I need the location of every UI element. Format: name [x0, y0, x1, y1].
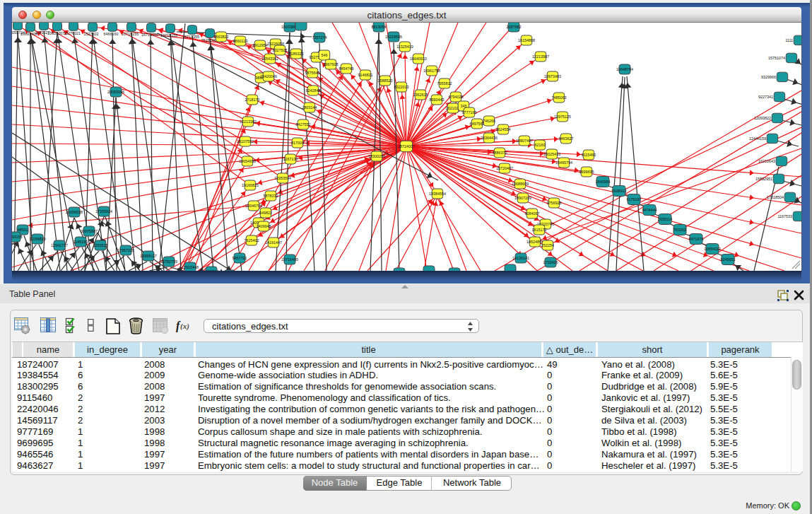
svg-text:12093822: 12093822	[754, 116, 771, 120]
svg-text:9474444: 9474444	[642, 208, 657, 212]
svg-text:7955812: 7955812	[437, 81, 452, 86]
svg-text:8990443: 8990443	[430, 98, 445, 102]
svg-text:12975125: 12975125	[554, 115, 571, 119]
svg-text:1167533: 1167533	[777, 214, 792, 218]
svg-text:2967608: 2967608	[324, 62, 339, 66]
svg-text:8912954: 8912954	[253, 43, 268, 47]
svg-text:16543362: 16543362	[261, 57, 278, 61]
svg-text:12444159: 12444159	[749, 136, 766, 141]
svg-text:19384554: 19384554	[429, 192, 446, 196]
svg-text:7886372: 7886372	[493, 151, 507, 155]
svg-text:3624554: 3624554	[496, 127, 511, 132]
svg-text:8471676: 8471676	[689, 237, 704, 241]
svg-text:18907209: 18907209	[514, 196, 531, 200]
svg-text:10025433: 10025433	[543, 152, 560, 156]
svg-text:9227341: 9227341	[758, 95, 773, 99]
svg-text:17957225: 17957225	[117, 248, 134, 252]
svg-text:20364436: 20364436	[481, 136, 498, 140]
svg-text:2718170: 2718170	[245, 98, 260, 102]
svg-text:817004: 817004	[291, 141, 304, 145]
svg-text:12213383: 12213383	[240, 119, 257, 124]
svg-text:9777169: 9777169	[462, 110, 477, 115]
svg-text:19218506: 19218506	[385, 35, 402, 39]
svg-text:14191447: 14191447	[265, 240, 282, 245]
svg-text:546: 546	[322, 53, 328, 57]
svg-text:1733426: 1733426	[543, 260, 558, 264]
svg-text:9084067: 9084067	[525, 211, 540, 216]
svg-text:9699695: 9699695	[579, 170, 594, 174]
svg-text:30975887: 30975887	[81, 229, 98, 233]
svg-text:1409948: 1409948	[257, 224, 271, 228]
svg-text:1393153: 1393153	[12, 235, 23, 239]
svg-text:9327502: 9327502	[273, 48, 288, 52]
svg-text:48501: 48501	[18, 228, 28, 232]
svg-text:15751074: 15751074	[768, 56, 785, 60]
svg-text:20206538: 20206538	[66, 210, 83, 214]
svg-text:14136141: 14136141	[512, 256, 529, 260]
svg-text:2803144: 2803144	[302, 105, 317, 110]
svg-text:16640910: 16640910	[410, 57, 427, 61]
svg-text:5938913: 5938913	[612, 189, 627, 193]
svg-text:7625402: 7625402	[245, 238, 259, 243]
svg-text:20053346: 20053346	[107, 90, 124, 94]
svg-text:9457791: 9457791	[233, 256, 247, 260]
svg-text:11156829: 11156829	[29, 237, 45, 241]
svg-text:9146821: 9146821	[358, 73, 373, 77]
svg-text:10958117: 10958117	[140, 254, 157, 258]
svg-text:12213987: 12213987	[532, 54, 549, 59]
svg-text:1527602: 1527602	[84, 32, 99, 36]
svg-text:549822: 549822	[259, 211, 272, 215]
svg-text:10719155: 10719155	[160, 33, 177, 37]
svg-text:10973483: 10973483	[544, 74, 561, 78]
svg-text:19654938: 19654938	[239, 159, 256, 163]
svg-text:9329966: 9329966	[761, 75, 776, 79]
svg-text:16713355: 16713355	[141, 33, 158, 37]
svg-text:8427552: 8427552	[296, 122, 311, 127]
svg-text:10046706: 10046706	[245, 204, 262, 208]
svg-text:(x): (x)	[180, 322, 189, 331]
svg-text:746266: 746266	[483, 119, 495, 123]
svg-text:10654112: 10654112	[704, 247, 721, 251]
svg-text:11325419: 11325419	[396, 45, 413, 49]
svg-text:2087682: 2087682	[507, 25, 522, 29]
svg-text:19166825: 19166825	[242, 183, 259, 187]
svg-text:7663822: 7663822	[214, 35, 229, 39]
svg-text:5875645: 5875645	[305, 71, 320, 75]
svg-text:10688609: 10688609	[512, 182, 529, 186]
svg-text:16713355: 16713355	[182, 35, 199, 39]
svg-text:1588520: 1588520	[378, 78, 393, 83]
svg-text:7357274: 7357274	[312, 35, 327, 40]
svg-text:13353594: 13353594	[274, 176, 291, 180]
svg-text:6794028: 6794028	[449, 95, 464, 99]
svg-text:16782759: 16782759	[160, 259, 177, 264]
svg-text:15716485: 15716485	[281, 257, 298, 262]
svg-text:5878332: 5878332	[264, 194, 278, 198]
svg-text:3267130: 3267130	[283, 157, 298, 161]
svg-text:12923448: 12923448	[182, 265, 199, 269]
svg-text:12942737: 12942737	[51, 243, 68, 247]
svg-text:9242848: 9242848	[306, 88, 321, 93]
svg-text:2935114: 2935114	[658, 217, 673, 221]
svg-text:10719155: 10719155	[122, 32, 139, 36]
svg-text:16648784: 16648784	[616, 67, 633, 71]
svg-text:252254: 252254	[541, 243, 554, 247]
svg-text:763262: 763262	[673, 228, 686, 232]
svg-text:17359924: 17359924	[95, 209, 112, 214]
svg-text:16210643: 16210643	[758, 159, 775, 163]
svg-text:1250515: 1250515	[93, 243, 108, 247]
svg-text:10807487: 10807487	[516, 139, 533, 143]
svg-text:1362615: 1362615	[413, 93, 428, 97]
svg-text:8454749: 8454749	[339, 66, 354, 71]
svg-text:15892951: 15892951	[755, 177, 772, 181]
svg-text:1145193: 1145193	[73, 240, 88, 244]
svg-text:1615172: 1615172	[532, 228, 547, 232]
svg-text:18300295: 18300295	[368, 154, 385, 158]
svg-text:18724007: 18724007	[398, 144, 415, 148]
svg-text:15720407: 15720407	[496, 166, 513, 170]
svg-text:17018504: 17018504	[767, 195, 784, 199]
svg-text:8813054: 8813054	[372, 25, 387, 29]
svg-text:8660123: 8660123	[233, 39, 248, 43]
svg-text:10653267: 10653267	[47, 31, 64, 35]
svg-text:16154808: 16154808	[518, 38, 535, 42]
svg-text:7485063: 7485063	[552, 95, 567, 100]
